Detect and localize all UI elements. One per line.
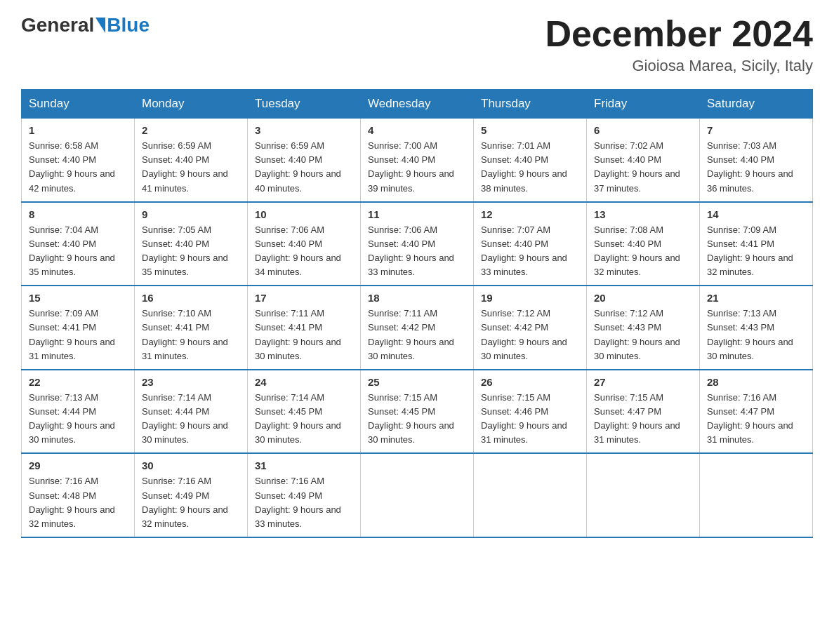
day-info: Sunrise: 7:13 AM Sunset: 4:44 PM Dayligh… <box>29 391 127 448</box>
location-title: Gioiosa Marea, Sicily, Italy <box>545 57 813 75</box>
logo: General Blue <box>21 14 150 36</box>
day-number: 28 <box>707 376 805 388</box>
day-info: Sunrise: 7:02 AM Sunset: 4:40 PM Dayligh… <box>594 139 692 196</box>
day-number: 17 <box>255 292 353 304</box>
header-sunday: Sunday <box>22 90 135 119</box>
day-number: 4 <box>368 124 466 136</box>
day-info: Sunrise: 7:15 AM Sunset: 4:47 PM Dayligh… <box>594 391 692 448</box>
calendar-day-cell: 20 Sunrise: 7:12 AM Sunset: 4:43 PM Dayl… <box>587 286 700 370</box>
day-number: 29 <box>29 459 127 471</box>
calendar-day-cell: 1 Sunrise: 6:58 AM Sunset: 4:40 PM Dayli… <box>22 119 135 202</box>
calendar-day-cell: 31 Sunrise: 7:16 AM Sunset: 4:49 PM Dayl… <box>248 453 361 537</box>
day-number: 25 <box>368 376 466 388</box>
calendar-day-cell: 4 Sunrise: 7:00 AM Sunset: 4:40 PM Dayli… <box>361 119 474 202</box>
logo-general-text: General <box>21 14 94 36</box>
calendar-day-cell <box>361 453 474 537</box>
day-number: 19 <box>481 292 579 304</box>
day-info: Sunrise: 6:59 AM Sunset: 4:40 PM Dayligh… <box>255 139 353 196</box>
day-number: 5 <box>481 124 579 136</box>
calendar-table: Sunday Monday Tuesday Wednesday Thursday… <box>21 89 813 538</box>
page-header: General Blue December 2024 Gioiosa Marea… <box>21 14 813 75</box>
day-info: Sunrise: 7:01 AM Sunset: 4:40 PM Dayligh… <box>481 139 579 196</box>
header-thursday: Thursday <box>474 90 587 119</box>
calendar-week-row: 8 Sunrise: 7:04 AM Sunset: 4:40 PM Dayli… <box>22 202 813 286</box>
day-number: 11 <box>368 208 466 220</box>
day-info: Sunrise: 7:12 AM Sunset: 4:43 PM Dayligh… <box>594 307 692 363</box>
calendar-day-cell: 7 Sunrise: 7:03 AM Sunset: 4:40 PM Dayli… <box>700 119 813 202</box>
day-info: Sunrise: 7:09 AM Sunset: 4:41 PM Dayligh… <box>29 307 127 363</box>
calendar-day-cell: 25 Sunrise: 7:15 AM Sunset: 4:45 PM Dayl… <box>361 370 474 454</box>
calendar-day-cell: 22 Sunrise: 7:13 AM Sunset: 4:44 PM Dayl… <box>22 370 135 454</box>
calendar-week-row: 1 Sunrise: 6:58 AM Sunset: 4:40 PM Dayli… <box>22 119 813 202</box>
day-number: 18 <box>368 292 466 304</box>
day-info: Sunrise: 7:15 AM Sunset: 4:45 PM Dayligh… <box>368 391 466 448</box>
day-info: Sunrise: 6:59 AM Sunset: 4:40 PM Dayligh… <box>142 139 240 196</box>
calendar-week-row: 15 Sunrise: 7:09 AM Sunset: 4:41 PM Dayl… <box>22 286 813 370</box>
day-number: 2 <box>142 124 240 136</box>
day-info: Sunrise: 7:07 AM Sunset: 4:40 PM Dayligh… <box>481 223 579 280</box>
header-friday: Friday <box>587 90 700 119</box>
calendar-day-cell: 19 Sunrise: 7:12 AM Sunset: 4:42 PM Dayl… <box>474 286 587 370</box>
day-info: Sunrise: 7:10 AM Sunset: 4:41 PM Dayligh… <box>142 307 240 363</box>
day-number: 10 <box>255 208 353 220</box>
day-number: 12 <box>481 208 579 220</box>
day-info: Sunrise: 7:15 AM Sunset: 4:46 PM Dayligh… <box>481 391 579 448</box>
calendar-day-cell: 17 Sunrise: 7:11 AM Sunset: 4:41 PM Dayl… <box>248 286 361 370</box>
header-monday: Monday <box>135 90 248 119</box>
day-info: Sunrise: 7:16 AM Sunset: 4:49 PM Dayligh… <box>255 474 353 531</box>
day-number: 1 <box>29 124 127 136</box>
day-number: 15 <box>29 292 127 304</box>
day-number: 22 <box>29 376 127 388</box>
calendar-week-row: 22 Sunrise: 7:13 AM Sunset: 4:44 PM Dayl… <box>22 370 813 454</box>
calendar-day-cell: 15 Sunrise: 7:09 AM Sunset: 4:41 PM Dayl… <box>22 286 135 370</box>
day-number: 16 <box>142 292 240 304</box>
day-number: 20 <box>594 292 692 304</box>
day-info: Sunrise: 7:14 AM Sunset: 4:44 PM Dayligh… <box>142 391 240 448</box>
calendar-week-row: 29 Sunrise: 7:16 AM Sunset: 4:48 PM Dayl… <box>22 453 813 537</box>
day-info: Sunrise: 7:16 AM Sunset: 4:47 PM Dayligh… <box>707 391 805 448</box>
day-info: Sunrise: 7:12 AM Sunset: 4:42 PM Dayligh… <box>481 307 579 363</box>
day-info: Sunrise: 7:16 AM Sunset: 4:49 PM Dayligh… <box>142 474 240 531</box>
month-title: December 2024 <box>545 14 813 54</box>
day-number: 8 <box>29 208 127 220</box>
day-number: 13 <box>594 208 692 220</box>
header-saturday: Saturday <box>700 90 813 119</box>
day-number: 21 <box>707 292 805 304</box>
calendar-day-cell: 10 Sunrise: 7:06 AM Sunset: 4:40 PM Dayl… <box>248 202 361 286</box>
day-number: 26 <box>481 376 579 388</box>
day-number: 30 <box>142 459 240 471</box>
calendar-day-cell <box>587 453 700 537</box>
day-info: Sunrise: 7:11 AM Sunset: 4:41 PM Dayligh… <box>255 307 353 363</box>
logo-blue-text: Blue <box>107 14 150 36</box>
day-info: Sunrise: 7:04 AM Sunset: 4:40 PM Dayligh… <box>29 223 127 280</box>
day-info: Sunrise: 6:58 AM Sunset: 4:40 PM Dayligh… <box>29 139 127 196</box>
day-number: 14 <box>707 208 805 220</box>
day-info: Sunrise: 7:06 AM Sunset: 4:40 PM Dayligh… <box>255 223 353 280</box>
day-number: 6 <box>594 124 692 136</box>
day-info: Sunrise: 7:06 AM Sunset: 4:40 PM Dayligh… <box>368 223 466 280</box>
calendar-day-cell: 9 Sunrise: 7:05 AM Sunset: 4:40 PM Dayli… <box>135 202 248 286</box>
calendar-day-cell: 16 Sunrise: 7:10 AM Sunset: 4:41 PM Dayl… <box>135 286 248 370</box>
calendar-day-cell: 11 Sunrise: 7:06 AM Sunset: 4:40 PM Dayl… <box>361 202 474 286</box>
calendar-title-area: December 2024 Gioiosa Marea, Sicily, Ita… <box>545 14 813 75</box>
calendar-day-cell: 23 Sunrise: 7:14 AM Sunset: 4:44 PM Dayl… <box>135 370 248 454</box>
day-number: 7 <box>707 124 805 136</box>
weekday-header-row: Sunday Monday Tuesday Wednesday Thursday… <box>22 90 813 119</box>
calendar-day-cell: 27 Sunrise: 7:15 AM Sunset: 4:47 PM Dayl… <box>587 370 700 454</box>
day-info: Sunrise: 7:09 AM Sunset: 4:41 PM Dayligh… <box>707 223 805 280</box>
day-info: Sunrise: 7:00 AM Sunset: 4:40 PM Dayligh… <box>368 139 466 196</box>
day-number: 31 <box>255 459 353 471</box>
header-tuesday: Tuesday <box>248 90 361 119</box>
day-info: Sunrise: 7:03 AM Sunset: 4:40 PM Dayligh… <box>707 139 805 196</box>
day-info: Sunrise: 7:13 AM Sunset: 4:43 PM Dayligh… <box>707 307 805 363</box>
logo-triangle-icon <box>95 18 105 33</box>
calendar-day-cell: 29 Sunrise: 7:16 AM Sunset: 4:48 PM Dayl… <box>22 453 135 537</box>
calendar-day-cell <box>474 453 587 537</box>
day-info: Sunrise: 7:08 AM Sunset: 4:40 PM Dayligh… <box>594 223 692 280</box>
header-wednesday: Wednesday <box>361 90 474 119</box>
day-number: 9 <box>142 208 240 220</box>
calendar-day-cell <box>700 453 813 537</box>
calendar-day-cell: 13 Sunrise: 7:08 AM Sunset: 4:40 PM Dayl… <box>587 202 700 286</box>
day-number: 24 <box>255 376 353 388</box>
day-info: Sunrise: 7:16 AM Sunset: 4:48 PM Dayligh… <box>29 474 127 531</box>
